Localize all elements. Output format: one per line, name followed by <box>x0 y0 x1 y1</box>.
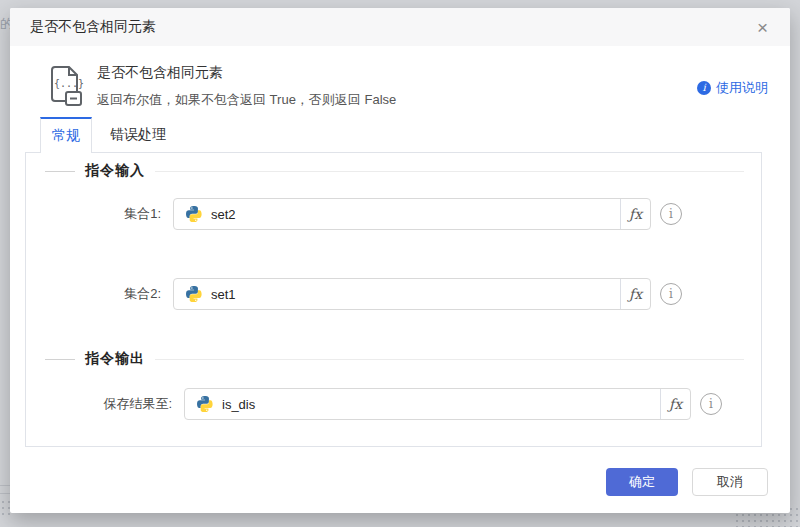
python-icon <box>197 396 213 412</box>
usage-help-link[interactable]: i 使用说明 <box>697 79 768 97</box>
tab-panel-general: 指令输入 集合1: set2 ƒx i 集合2: set <box>25 152 762 447</box>
fx-expression-button[interactable]: ƒx <box>620 199 650 229</box>
background-occluded-text: 的 <box>0 15 10 33</box>
divider-line <box>45 171 75 172</box>
field-info-icon[interactable]: i <box>660 283 682 305</box>
section-input-title: 指令输入 <box>85 162 145 180</box>
section-input: 指令输入 <box>26 157 761 185</box>
set1-value: set2 <box>211 207 620 222</box>
close-icon[interactable]: × <box>755 18 770 37</box>
field-info-icon[interactable]: i <box>660 203 682 225</box>
divider-line <box>155 359 744 360</box>
cancel-button[interactable]: 取消 <box>692 468 768 496</box>
dialog-title-bar: 是否不包含相同元素 × <box>10 8 790 46</box>
app-background: { "window": { "background_artifact_text"… <box>0 0 800 527</box>
dialog-footer: 确定 取消 <box>606 468 768 496</box>
info-filled-icon: i <box>697 81 711 95</box>
field-row-result: 保存结果至: is_dis ƒx i <box>26 388 761 420</box>
field-row-set2: 集合2: set1 ƒx i <box>26 278 761 310</box>
confirm-button[interactable]: 确定 <box>606 468 678 496</box>
code-file-icon: {...} <box>45 64 85 108</box>
tab-error-handling[interactable]: 错误处理 <box>92 117 184 152</box>
section-output: 指令输出 <box>26 345 761 373</box>
save-result-value: is_dis <box>222 397 660 412</box>
field-info-icon[interactable]: i <box>700 393 722 415</box>
field-label: 集合2: <box>26 285 161 303</box>
divider-line <box>155 171 744 172</box>
instruction-dialog: 是否不包含相同元素 × {...} 是否不包含相同元素 返回布尔值，如果不包含返… <box>10 8 790 513</box>
field-label: 保存结果至: <box>26 395 172 413</box>
field-row-set1: 集合1: set2 ƒx i <box>26 198 761 230</box>
save-result-input[interactable]: is_dis ƒx <box>184 388 691 420</box>
dialog-header: {...} 是否不包含相同元素 返回布尔值，如果不包含返回 True，否则返回 … <box>45 62 768 109</box>
field-label: 集合1: <box>26 205 161 223</box>
python-icon <box>186 286 202 302</box>
tab-general[interactable]: 常规 <box>40 117 92 153</box>
section-output-title: 指令输出 <box>85 350 145 368</box>
fx-expression-button[interactable]: ƒx <box>660 389 690 419</box>
usage-help-label: 使用说明 <box>716 79 768 97</box>
set2-input[interactable]: set1 ƒx <box>173 278 651 310</box>
set1-input[interactable]: set2 ƒx <box>173 198 651 230</box>
dialog-title: 是否不包含相同元素 <box>30 18 156 36</box>
header-texts: 是否不包含相同元素 返回布尔值，如果不包含返回 True，否则返回 False <box>97 62 396 109</box>
instruction-name: 是否不包含相同元素 <box>97 64 396 82</box>
fx-expression-button[interactable]: ƒx <box>620 279 650 309</box>
python-icon <box>186 206 202 222</box>
set2-value: set1 <box>211 287 620 302</box>
svg-text:{...}: {...} <box>54 78 84 89</box>
dialog-tabs: 常规 错误处理 <box>40 117 184 153</box>
divider-line <box>45 359 75 360</box>
instruction-description: 返回布尔值，如果不包含返回 True，否则返回 False <box>97 91 396 109</box>
